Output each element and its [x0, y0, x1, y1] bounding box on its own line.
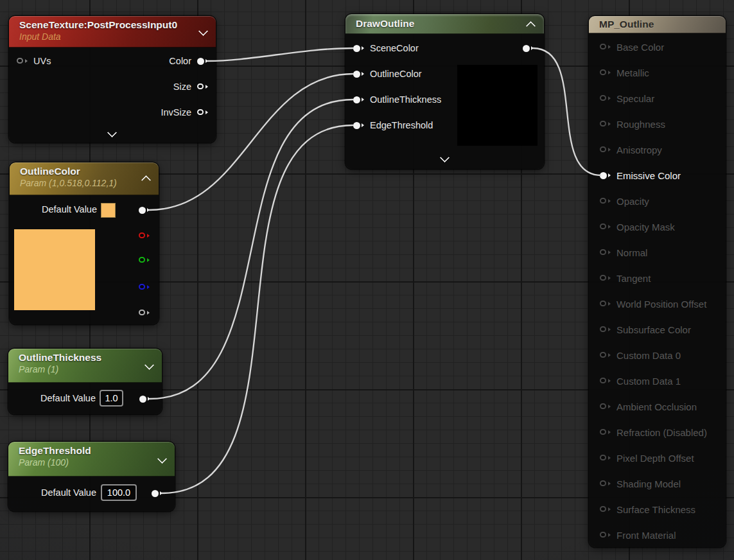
material-pin-label: Surface Thickness: [616, 504, 695, 515]
material-pin-row-surface-thickness[interactable]: Surface Thickness: [589, 502, 726, 516]
node-subtitle: Param (100): [8, 457, 175, 468]
material-pin-row-custom-data-1[interactable]: Custom Data 1: [589, 374, 726, 388]
pin-icon[interactable]: [600, 480, 611, 487]
output-pin-g[interactable]: [139, 256, 150, 264]
material-pin-label: Emissive Color: [616, 170, 681, 181]
output-pin-r[interactable]: [139, 232, 150, 240]
pin-label: InvSize: [161, 107, 191, 118]
node-scene-texture[interactable]: SceneTexture:PostProcessInput0 Input Dat…: [9, 16, 216, 143]
node-draw-outline[interactable]: DrawOutline SceneColor OutlineColor Outl…: [345, 14, 544, 169]
pin-label: OutlineThickness: [370, 94, 441, 105]
color-swatch[interactable]: [101, 203, 116, 218]
input-pin-edgethreshold[interactable]: [353, 121, 364, 129]
node-outline-thickness[interactable]: OutlineThickness Param (1) Default Value…: [8, 349, 162, 414]
node-header[interactable]: EdgeThreshold Param (100): [8, 442, 175, 477]
pin-label: EdgeThreshold: [370, 120, 433, 130]
pin-icon[interactable]: [600, 197, 611, 205]
pin-icon[interactable]: [600, 274, 611, 282]
pin-icon[interactable]: [600, 531, 611, 539]
material-pin-row-base-color[interactable]: Base Color: [589, 40, 726, 54]
material-pin-label: Specular: [616, 93, 654, 104]
pin-icon[interactable]: [600, 69, 611, 76]
node-mp-outline[interactable]: MP_Outline Base Color Metallic Specular …: [589, 16, 726, 547]
node-title: DrawOutline: [345, 14, 544, 33]
input-pin-outlinethickness[interactable]: [353, 96, 364, 103]
material-pin-row-roughness[interactable]: Roughness: [589, 117, 726, 131]
node-header[interactable]: OutlineColor Param (1,0.518,0.112,1): [10, 162, 159, 195]
expand-chevron-icon[interactable]: [439, 153, 450, 163]
material-pin-label: Ambient Occlusion: [616, 401, 697, 412]
pin-icon[interactable]: [600, 43, 611, 51]
node-header[interactable]: SceneTexture:PostProcessInput0 Input Dat…: [9, 16, 216, 48]
pin-icon[interactable]: [600, 505, 611, 513]
output-pin[interactable]: [523, 44, 534, 52]
material-pin-row-front-material[interactable]: Front Material: [589, 528, 726, 542]
material-pin-label: Metallic: [616, 67, 649, 78]
pin-icon[interactable]: [600, 120, 611, 128]
material-pin-row-shading-model[interactable]: Shading Model: [589, 477, 726, 491]
pin-icon[interactable]: [600, 94, 611, 102]
input-pin-outlinecolor[interactable]: [353, 70, 364, 78]
output-pin-invsize[interactable]: [197, 109, 208, 116]
material-pin-row-normal[interactable]: Normal: [589, 245, 726, 259]
output-pin-b[interactable]: [139, 283, 150, 291]
wire-scenecolor[interactable]: [207, 48, 353, 61]
material-pin-label: Tangent: [616, 273, 651, 284]
pin-icon[interactable]: [600, 146, 611, 153]
pin-icon[interactable]: [600, 300, 611, 308]
material-pin-row-refraction[interactable]: Refraction (Disabled): [589, 425, 726, 439]
material-pin-label: Pixel Depth Offset: [616, 453, 694, 464]
material-pin-row-metallic[interactable]: Metallic: [589, 66, 726, 80]
default-value-input[interactable]: 1.0: [100, 390, 123, 407]
material-pin-label: Anisotropy: [616, 144, 662, 155]
input-pin-scenecolor[interactable]: [353, 44, 364, 52]
output-pin[interactable]: [152, 489, 162, 497]
material-pin-row-ambient-occlusion[interactable]: Ambient Occlusion: [589, 399, 726, 414]
material-pin-row-opacity-mask[interactable]: Opacity Mask: [589, 220, 726, 234]
pin-icon[interactable]: [600, 454, 611, 462]
node-edge-threshold[interactable]: EdgeThreshold Param (100) Default Value …: [8, 442, 175, 511]
material-pin-row-pixel-depth-offset[interactable]: Pixel Depth Offset: [589, 451, 726, 465]
wire-outlinethickness[interactable]: [150, 100, 353, 399]
material-pin-row-opacity[interactable]: Opacity: [589, 194, 726, 208]
node-subtitle: Input Data: [9, 31, 216, 42]
material-pin-label: Refraction (Disabled): [616, 427, 707, 438]
material-pin-row-subsurface-color[interactable]: Subsurface Color: [589, 322, 726, 337]
output-pin-rgba[interactable]: [139, 206, 150, 214]
pin-icon[interactable]: [600, 171, 611, 179]
material-pin-label: Normal: [616, 247, 647, 258]
output-pin[interactable]: [139, 395, 150, 403]
pin-icon[interactable]: [600, 351, 611, 359]
output-pin-color[interactable]: [197, 57, 208, 65]
material-pin-label: Front Material: [616, 530, 676, 541]
expand-chevron-icon[interactable]: [107, 128, 118, 138]
material-graph-canvas[interactable]: SceneTexture:PostProcessInput0 Input Dat…: [0, 0, 734, 560]
node-header[interactable]: MP_Outline: [589, 16, 726, 33]
material-pin-row-anisotropy[interactable]: Anisotropy: [589, 143, 726, 157]
material-pin-label: Subsurface Color: [616, 324, 691, 335]
material-pin-row-world-position-offset[interactable]: World Position Offset: [589, 297, 726, 311]
material-pin-row-emissive-color[interactable]: Emissive Color: [589, 168, 726, 182]
node-subtitle: Param (1): [8, 363, 162, 374]
node-outline-color[interactable]: OutlineColor Param (1,0.518,0.112,1) Def…: [10, 162, 159, 324]
material-pin-row-specular[interactable]: Specular: [589, 91, 726, 105]
node-title: SceneTexture:PostProcessInput0: [9, 16, 216, 31]
pin-icon[interactable]: [600, 223, 611, 231]
node-header[interactable]: DrawOutline: [345, 14, 544, 34]
wire-edgethreshold[interactable]: [162, 125, 353, 493]
pin-label: SceneColor: [370, 43, 419, 53]
output-pin-size[interactable]: [197, 83, 208, 91]
pin-icon[interactable]: [600, 403, 611, 410]
material-pin-row-custom-data-0[interactable]: Custom Data 0: [589, 348, 726, 362]
node-header[interactable]: OutlineThickness Param (1): [8, 349, 162, 383]
material-pin-label: Roughness: [616, 119, 665, 130]
pin-icon[interactable]: [600, 428, 611, 436]
default-value-input[interactable]: 100.0: [101, 484, 137, 501]
pin-row-invsize: InvSize: [9, 105, 216, 119]
pin-row-color: Color: [9, 54, 216, 68]
pin-icon[interactable]: [600, 377, 611, 385]
material-pin-row-tangent[interactable]: Tangent: [589, 271, 726, 285]
pin-icon[interactable]: [600, 249, 611, 256]
pin-icon[interactable]: [600, 326, 611, 333]
output-pin-a[interactable]: [139, 309, 150, 317]
